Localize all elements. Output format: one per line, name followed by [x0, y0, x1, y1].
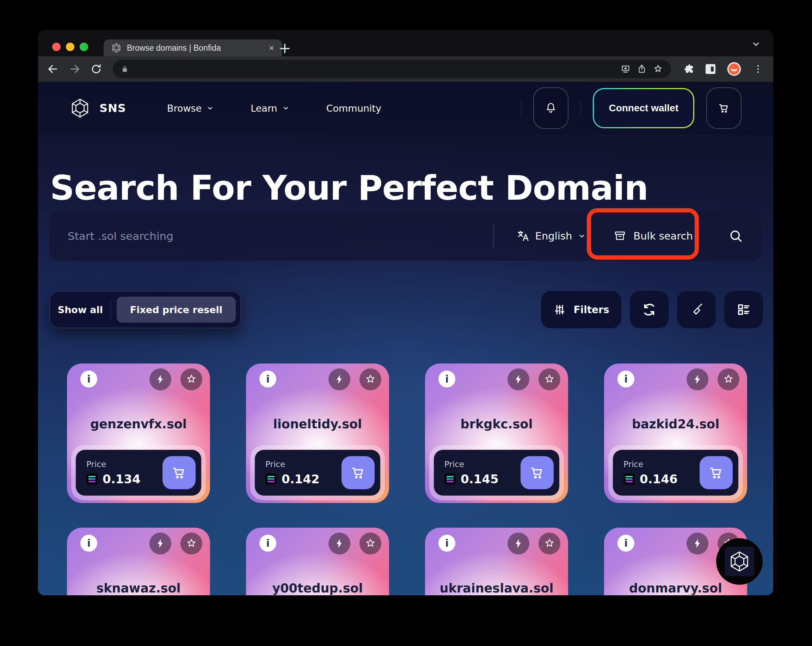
layout-view-button[interactable]	[724, 291, 763, 328]
nav-learn[interactable]: Learn	[250, 103, 289, 114]
info-icon[interactable]: i	[617, 535, 634, 552]
language-selector[interactable]: English	[516, 229, 586, 243]
search-submit-icon[interactable]	[728, 228, 743, 244]
add-to-cart-button[interactable]	[520, 456, 554, 489]
domain-card[interactable]: i lioneltidy.sol Price 0.142	[246, 364, 389, 503]
floating-sns-button[interactable]	[716, 538, 763, 585]
info-icon[interactable]: i	[80, 370, 97, 387]
page-title: Search For Your Perfect Domain	[50, 168, 648, 208]
price-label: Price	[86, 460, 140, 469]
browser-window: Browse domains | Bonfida × +	[38, 30, 773, 595]
bookmark-star-icon[interactable]	[653, 64, 663, 74]
domain-name: genzenvfx.sol	[67, 417, 210, 431]
price-value: 0.145	[461, 472, 499, 486]
instant-buy-bolt-icon[interactable]	[150, 533, 171, 555]
tab-search-chevron-icon[interactable]	[751, 39, 761, 51]
chevron-down-icon	[578, 232, 586, 240]
lock-icon	[121, 65, 129, 73]
cart-icon	[529, 465, 545, 481]
instant-buy-bolt-icon[interactable]	[508, 533, 530, 555]
add-to-cart-button[interactable]	[699, 456, 733, 489]
favorite-star-icon[interactable]	[359, 369, 381, 390]
domain-name: donmarvy.sol	[604, 581, 747, 595]
browser-tab[interactable]: Browse domains | Bonfida ×	[104, 40, 282, 56]
domain-card[interactable]: i bazkid24.sol Price 0.146	[604, 364, 747, 503]
info-icon[interactable]: i	[438, 370, 455, 387]
clear-button[interactable]	[677, 291, 716, 328]
menu-dots-icon[interactable]	[753, 64, 763, 74]
price-panel: Price 0.145	[429, 445, 564, 500]
sns-logo[interactable]: SNS	[70, 98, 126, 118]
nav-community-label: Community	[327, 103, 381, 114]
filters-button[interactable]: Filters	[541, 291, 621, 328]
domain-card-grid: i genzenvfx.sol Price 0.134	[67, 364, 747, 595]
favorite-star-icon[interactable]	[539, 369, 560, 390]
add-to-cart-button[interactable]	[162, 456, 195, 489]
share-icon[interactable]	[636, 64, 647, 74]
domain-card[interactable]: i brkgkc.sol Price 0.145	[425, 364, 568, 503]
show-all-tab[interactable]: Show all	[50, 304, 111, 315]
back-icon[interactable]	[47, 63, 59, 75]
solana-icon	[86, 474, 98, 484]
forward-icon[interactable]	[69, 63, 81, 75]
price-panel: Price 0.146	[608, 445, 743, 500]
info-icon[interactable]: i	[259, 535, 276, 552]
translate-icon	[516, 229, 530, 243]
fixed-price-resell-tab[interactable]: Fixed price resell	[117, 297, 236, 323]
refresh-button[interactable]	[630, 291, 669, 328]
instant-buy-bolt-icon[interactable]	[328, 369, 350, 390]
instant-buy-bolt-icon[interactable]	[687, 369, 708, 390]
instant-buy-bolt-icon[interactable]	[687, 533, 708, 555]
sns-cube-icon	[725, 547, 754, 576]
favorite-star-icon[interactable]	[180, 369, 202, 390]
sliders-icon	[553, 303, 566, 316]
info-icon[interactable]: i	[438, 535, 455, 552]
chevron-down-icon	[206, 104, 214, 112]
connect-wallet-button[interactable]: Connect wallet	[593, 88, 694, 128]
domain-name: ukraineslava.sol	[425, 581, 568, 595]
domain-search-bar: English Bulk search	[49, 211, 761, 261]
info-icon[interactable]: i	[259, 370, 276, 387]
domain-card[interactable]: i ukraineslava.sol	[425, 528, 568, 595]
address-bar[interactable]	[113, 60, 671, 78]
domain-card[interactable]: i y00tedup.sol	[246, 528, 389, 595]
instant-buy-bolt-icon[interactable]	[508, 369, 530, 390]
notifications-button[interactable]	[533, 87, 568, 129]
instant-buy-bolt-icon[interactable]	[328, 533, 350, 555]
domain-name: y00tedup.sol	[246, 581, 389, 595]
tab-close-icon[interactable]: ×	[269, 43, 274, 52]
bulk-search-button[interactable]: Bulk search	[614, 230, 693, 242]
info-glyph: i	[624, 538, 628, 549]
info-icon[interactable]: i	[80, 535, 97, 552]
search-input[interactable]	[67, 229, 490, 243]
domain-card[interactable]: i sknawaz.sol	[67, 528, 210, 595]
nav-community[interactable]: Community	[327, 103, 381, 114]
reload-icon[interactable]	[90, 63, 102, 75]
domain-name: lioneltidy.sol	[246, 417, 389, 431]
sidebar-panel-icon[interactable]	[705, 64, 716, 74]
tab-title: Browse domains | Bonfida	[127, 43, 263, 53]
instant-buy-bolt-icon[interactable]	[150, 369, 171, 390]
info-icon[interactable]: i	[617, 370, 634, 387]
profile-avatar[interactable]	[727, 62, 742, 76]
nav-browse[interactable]: Browse	[167, 103, 214, 114]
favorite-star-icon[interactable]	[539, 533, 560, 555]
divider	[111, 300, 111, 320]
minimize-window-button[interactable]	[66, 43, 74, 51]
domain-card[interactable]: i genzenvfx.sol Price 0.134	[67, 364, 210, 503]
solana-icon	[266, 474, 277, 484]
favorite-star-icon[interactable]	[717, 369, 739, 390]
add-to-cart-button[interactable]	[342, 456, 375, 489]
favorite-star-icon[interactable]	[359, 533, 381, 555]
new-tab-button[interactable]: +	[276, 40, 293, 56]
zoom-window-button[interactable]	[79, 43, 88, 51]
filters-label: Filters	[573, 304, 609, 315]
info-glyph: i	[266, 373, 270, 385]
cart-icon	[717, 102, 730, 114]
favorite-star-icon[interactable]	[180, 533, 202, 555]
save-download-icon[interactable]	[620, 64, 631, 74]
listing-filter-toggle: Show all Fixed price resell	[49, 291, 241, 328]
cart-button[interactable]	[706, 87, 742, 129]
close-window-button[interactable]	[52, 43, 61, 51]
extensions-puzzle-icon[interactable]	[683, 63, 694, 75]
